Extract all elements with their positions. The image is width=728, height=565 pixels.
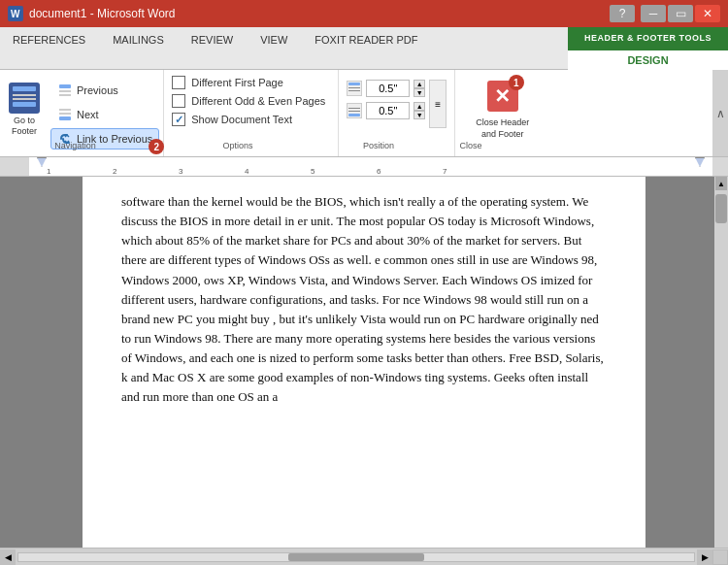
- svg-text:W: W: [11, 9, 20, 19]
- footer-position-icon: [347, 103, 362, 118]
- right-indent-marker[interactable]: [695, 157, 705, 167]
- svg-rect-5: [13, 102, 36, 107]
- close-section: ✕ 1 Close Headerand Footer: [455, 70, 549, 156]
- document-page: software than the kernel would be the BI…: [83, 177, 645, 548]
- tab-mailings[interactable]: MAILINGS: [100, 30, 177, 49]
- next-label: Next: [77, 109, 99, 120]
- window-title: document1 - Microsoft Word: [29, 7, 176, 20]
- different-first-label: Different First Page: [191, 77, 283, 88]
- insert-alignment-tab-icon: ≡: [429, 80, 447, 128]
- context-tab-label: HEADER & FOOTER TOOLS: [568, 27, 728, 49]
- h-scrollbar-track[interactable]: [17, 552, 695, 562]
- nav-buttons: Previous Next Link to Previous 2: [50, 80, 159, 150]
- minimize-button[interactable]: ─: [641, 5, 666, 22]
- close-header-footer-button[interactable]: ✕ 1 Close Headerand Footer: [467, 76, 538, 145]
- checkmark-icon: ✓: [175, 114, 183, 126]
- svg-rect-10: [59, 113, 71, 115]
- design-tab-row: DESIGN: [0, 49, 728, 70]
- ruler-mark-1: 1: [47, 167, 50, 176]
- goto-icon: [9, 83, 40, 114]
- window-controls: ? ─ ▭ ✕: [610, 5, 720, 22]
- badge-2: 2: [149, 139, 164, 154]
- close-button[interactable]: ✕: [695, 5, 720, 22]
- close-x-symbol: ✕: [494, 84, 511, 108]
- tab-review[interactable]: REVIEW: [179, 30, 246, 49]
- tab-references[interactable]: REFERENCES: [0, 30, 98, 49]
- tabs-and-context: HEADER & FOOTER TOOLS REFERENCES MAILING…: [0, 27, 728, 49]
- design-tab[interactable]: DESIGN: [568, 49, 728, 70]
- ruler-mark-3: 3: [179, 167, 182, 176]
- footer-position-input[interactable]: [366, 102, 410, 119]
- ribbon: Go toFooter Previous Next Link to Prev: [0, 70, 728, 157]
- tab-foxit[interactable]: FOXIT READER PDF: [302, 30, 430, 49]
- resize-grip: [712, 549, 728, 565]
- scroll-left-button[interactable]: ◀: [0, 549, 16, 565]
- svg-rect-14: [348, 90, 360, 91]
- navigation-section: Go toFooter Previous Next Link to Prev: [0, 70, 164, 156]
- scroll-up-button[interactable]: ▲: [715, 177, 727, 190]
- svg-rect-7: [59, 90, 71, 92]
- horizontal-scrollbar[interactable]: ◀ ▶: [0, 548, 728, 565]
- document-area: software than the kernel would be the BI…: [0, 177, 728, 548]
- footer-spinner: ▲ ▼: [414, 102, 425, 119]
- next-icon: [57, 107, 73, 122]
- restore-button[interactable]: ▭: [668, 5, 693, 22]
- header-position-icon: [347, 81, 362, 96]
- ruler-mark-5: 5: [311, 167, 314, 176]
- go-to-footer-button[interactable]: Go toFooter: [4, 78, 45, 142]
- header-spinner: ▲ ▼: [414, 80, 425, 97]
- options-section: Different First Page Different Odd & Eve…: [164, 70, 339, 156]
- ruler-inner: 1 2 3 4 5 6 7: [29, 157, 712, 176]
- header-spin-down[interactable]: ▼: [414, 88, 425, 97]
- svg-rect-12: [348, 83, 360, 85]
- svg-rect-9: [59, 109, 71, 111]
- previous-icon: [57, 83, 73, 98]
- different-odd-checkbox[interactable]: [172, 94, 185, 108]
- help-button[interactable]: ?: [610, 5, 635, 22]
- header-spin-up[interactable]: ▲: [414, 80, 425, 88]
- vertical-scrollbar[interactable]: ▲: [714, 177, 728, 548]
- svg-rect-17: [348, 114, 360, 116]
- next-button[interactable]: Next: [50, 104, 159, 125]
- ribbon-expand-button[interactable]: ∧: [712, 70, 728, 156]
- link-icon: [57, 131, 73, 147]
- svg-rect-2: [13, 86, 36, 91]
- footer-spin-up[interactable]: ▲: [414, 102, 425, 111]
- ruler-mark-6: 6: [377, 167, 381, 176]
- svg-rect-15: [348, 108, 360, 109]
- tab-view[interactable]: VIEW: [248, 30, 300, 49]
- different-odd-even-option[interactable]: Different Odd & Even Pages: [172, 94, 330, 108]
- header-from-top-row: ▲ ▼: [347, 80, 425, 97]
- different-first-checkbox[interactable]: [172, 76, 185, 89]
- show-doc-label: Show Document Text: [191, 114, 292, 125]
- different-first-page-option[interactable]: Different First Page: [172, 76, 330, 89]
- left-indent-marker[interactable]: [37, 157, 47, 167]
- scroll-thumb[interactable]: [715, 194, 727, 223]
- ruler-indent-left: [0, 157, 29, 176]
- title-bar-left: W document1 - Microsoft Word: [8, 6, 176, 21]
- different-odd-label: Different Odd & Even Pages: [191, 95, 325, 107]
- svg-rect-8: [59, 94, 71, 96]
- svg-rect-13: [348, 87, 360, 88]
- h-scroll-thumb[interactable]: [288, 553, 423, 561]
- document-text: software than the kernel would be the BI…: [121, 192, 607, 408]
- scroll-right-button[interactable]: ▶: [697, 549, 712, 565]
- link-to-previous-button[interactable]: Link to Previous 2: [50, 128, 159, 150]
- show-document-text-option[interactable]: ✓ Show Document Text: [172, 113, 330, 126]
- close-button-label: Close Headerand Footer: [476, 117, 529, 140]
- header-position-input[interactable]: [366, 80, 410, 97]
- footer-from-bottom-row: ▲ ▼: [347, 102, 425, 119]
- previous-button[interactable]: Previous: [50, 80, 159, 101]
- footer-spin-down[interactable]: ▼: [414, 111, 425, 119]
- svg-rect-6: [59, 84, 71, 88]
- ruler-mark-2: 2: [113, 167, 116, 176]
- show-doc-checkbox[interactable]: ✓: [172, 113, 185, 126]
- ruler-mark-4: 4: [245, 167, 248, 176]
- ruler: 1 2 3 4 5 6 7: [0, 157, 728, 177]
- svg-rect-11: [59, 116, 71, 120]
- ruler-right-end: [712, 157, 728, 176]
- badge-1: 1: [509, 75, 524, 90]
- link-to-previous-label: Link to Previous: [77, 133, 152, 145]
- close-x-icon: ✕ 1: [487, 81, 518, 112]
- position-inputs: ▲ ▼ ▲ ▼: [347, 80, 425, 119]
